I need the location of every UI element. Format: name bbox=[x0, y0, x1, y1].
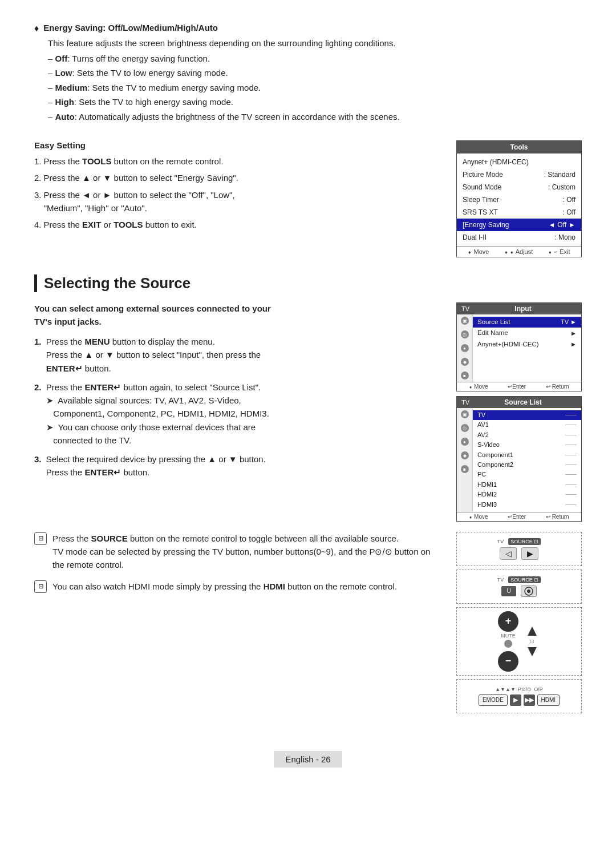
play-btn: ▶ bbox=[510, 694, 521, 706]
bottom-btns: EMODE ▶ ▶▶ HDMI bbox=[479, 694, 560, 706]
input-footer: ⬧ Move ↵Enter ↩ Return bbox=[457, 382, 581, 391]
anynet-row: Anynet+(HDMI-CEC)► bbox=[473, 339, 581, 350]
tv-badge: TV bbox=[497, 539, 504, 544]
icon-3: ● bbox=[461, 344, 469, 352]
remote-right-arrow: ▶ bbox=[521, 547, 538, 560]
src-tv: TV—— bbox=[473, 410, 581, 420]
main-steps: You can select among external sources co… bbox=[34, 302, 439, 522]
tv-badge-2: TV bbox=[497, 577, 504, 583]
edit-name-row: Edit Name► bbox=[473, 328, 581, 338]
easy-setting-area: Easy Setting 1.Press the TOOLS button on… bbox=[34, 140, 582, 257]
source-step-3: 3. Select the required device by pressin… bbox=[34, 453, 439, 479]
remote-left-arrow: ◁ bbox=[500, 547, 517, 560]
note-1: ⊡ Press the SOURCE button on the remote … bbox=[34, 532, 439, 572]
energy-saving-header: ♦ Energy Saving: Off/Low/Medium/High/Aut… bbox=[34, 23, 582, 34]
step-3: 3.Press the ◄ or ► button to select the … bbox=[34, 188, 439, 215]
easy-setting-text: Easy Setting 1.Press the TOOLS button on… bbox=[34, 140, 439, 257]
src-hdmi1: HDMI1—— bbox=[473, 480, 581, 490]
src-icon-3: ● bbox=[461, 438, 469, 446]
input-icons: ▣ ◎ ● ◆ ■ bbox=[457, 314, 473, 382]
mute-icon bbox=[504, 640, 512, 648]
step-2: 2.Press the ▲ or ▼ button to select "Ene… bbox=[34, 171, 439, 184]
source-list-body: ▣ ◎ ● ◆ ■ TV—— AV1—— AV2—— S-Video—— Com… bbox=[457, 408, 581, 512]
energy-saving-section: ♦ Energy Saving: Off/Low/Medium/High/Aut… bbox=[34, 23, 582, 123]
remote-box-1: TV SOURCE ⊡ ◁ ▶ bbox=[456, 532, 582, 566]
remote-u-btn: U bbox=[501, 586, 516, 596]
icon-2: ◎ bbox=[461, 330, 469, 338]
src-av2: AV2—— bbox=[473, 430, 581, 440]
src-hdmi2: HDMI2—— bbox=[473, 490, 581, 499]
vol-cluster: + MUTE − bbox=[498, 611, 518, 672]
note-2-text: You can also watch HDMI mode simply by p… bbox=[52, 580, 439, 593]
ch-down bbox=[524, 645, 540, 658]
input-menu-body: ▣ ◎ ● ◆ ■ Source ListTV ► Edit Name► Any… bbox=[457, 314, 581, 382]
selecting-source-content: You can select among external sources co… bbox=[34, 302, 582, 522]
tools-footer: Move ⬧ Adjust ↩ Exit bbox=[457, 246, 581, 257]
input-rows: Source ListTV ► Edit Name► Anynet+(HDMI-… bbox=[473, 314, 581, 382]
tools-menu: Tools Anynet+ (HDMI-CEC) Picture Mode: S… bbox=[456, 140, 582, 257]
icon-4: ◆ bbox=[461, 358, 469, 366]
tools-menu-body: Anynet+ (HDMI-CEC) Picture Mode: Standar… bbox=[457, 154, 581, 246]
ch-cluster: ⊡ bbox=[524, 625, 540, 658]
ch-up bbox=[524, 625, 540, 637]
tools-row-srs: SRS TS XT: Off bbox=[457, 206, 581, 219]
energy-high: High: Sets the TV to high energy saving … bbox=[48, 96, 582, 109]
source-icons: ▣ ◎ ● ◆ ■ bbox=[457, 408, 473, 512]
fwd-btn: ▶▶ bbox=[524, 694, 535, 706]
hdmi-btn: HDMI bbox=[537, 694, 560, 706]
note-2-icon: ⊡ bbox=[34, 580, 47, 593]
note-1-text: Press the SOURCE button on the remote co… bbox=[52, 532, 439, 572]
tools-row-anynet: Anynet+ (HDMI-CEC) bbox=[457, 156, 581, 168]
tools-row-sound: Sound Mode: Custom bbox=[457, 181, 581, 193]
remote-row-3: TV SOURCE ⊡ bbox=[497, 576, 541, 583]
remote-vol-cluster: + MUTE − ⊡ bbox=[498, 611, 540, 672]
src-pc: PC—— bbox=[473, 470, 581, 479]
source-list-title: Source List bbox=[469, 398, 577, 406]
src-hdmi3: HDMI3—— bbox=[473, 500, 581, 510]
diamond-bullet: ♦ bbox=[34, 23, 39, 34]
remote-box-4: ▲▼▲▼ P⊙/⊙ O/P EMODE ▶ ▶▶ HDMI bbox=[456, 679, 582, 713]
remote-box-3: + MUTE − ⊡ bbox=[456, 607, 582, 676]
ui-panels: TV Input ▣ ◎ ● ◆ ■ Source ListTV ► Edit … bbox=[456, 302, 582, 522]
source-badge-1: SOURCE ⊡ bbox=[508, 538, 541, 545]
source-list-footer: ⬧ Move ↵Enter ↩ Return bbox=[457, 512, 581, 521]
src-footer-move: ⬧ Move bbox=[469, 514, 488, 520]
vol-minus: − bbox=[498, 651, 518, 672]
lbl-2: P⊙/⊙ bbox=[518, 687, 532, 692]
remote-illustrations: TV SOURCE ⊡ ◁ ▶ TV SOURCE ⊡ U bbox=[456, 532, 582, 717]
tools-menu-header: Tools bbox=[457, 141, 581, 154]
energy-saving-title: Energy Saving: Off/Low/Medium/High/Auto bbox=[43, 23, 218, 33]
input-footer-move: ⬧ Move bbox=[469, 383, 488, 390]
tools-row-picture: Picture Mode: Standard bbox=[457, 168, 581, 181]
src-footer-return: ↩ Return bbox=[546, 514, 569, 520]
footer-wrap: English - 26 bbox=[34, 734, 582, 768]
remote-tv-source: TV SOURCE ⊡ ◁ ▶ bbox=[497, 538, 541, 560]
label-row: ▲▼▲▼ P⊙/⊙ O/P bbox=[495, 687, 543, 692]
mute-text: MUTE bbox=[501, 633, 516, 639]
src-icon-1: ▣ bbox=[461, 410, 469, 418]
tools-row-sleep: Sleep Timer: Off bbox=[457, 193, 581, 206]
footer-text: English - 26 bbox=[285, 754, 330, 764]
source-list-panel: TV Source List ▣ ◎ ● ◆ ■ TV—— AV1—— AV2—… bbox=[456, 396, 582, 522]
src-icon-2: ◎ bbox=[461, 424, 469, 432]
source-list-rows: TV—— AV1—— AV2—— S-Video—— Component1—— … bbox=[473, 408, 581, 512]
step-4: 4.Press the EXIT or TOOLS button to exit… bbox=[34, 218, 439, 231]
svg-marker-2 bbox=[528, 627, 537, 636]
tools-row-dual: Dual I-II: Mono bbox=[457, 231, 581, 244]
svg-marker-3 bbox=[528, 647, 537, 656]
selecting-source-title: Selecting the Source bbox=[44, 274, 582, 292]
input-tv-label: TV bbox=[461, 305, 469, 312]
source-badge-2: SOURCE ⊡ bbox=[508, 576, 541, 583]
input-footer-enter: ↵Enter bbox=[508, 383, 526, 390]
src-comp1: Component1—— bbox=[473, 450, 581, 460]
remote-box-2: TV SOURCE ⊡ U bbox=[456, 570, 582, 604]
note-2: ⊡ You can also watch HDMI mode simply by… bbox=[34, 580, 439, 593]
energy-off: Off: Turns off the energy saving functio… bbox=[48, 53, 582, 66]
notes-area: ⊡ Press the SOURCE button on the remote … bbox=[34, 532, 582, 717]
mute-icon-row bbox=[498, 639, 518, 650]
icon-1: ▣ bbox=[461, 317, 469, 325]
input-footer-return: ↩ Return bbox=[546, 383, 569, 390]
remote-bottom-area: ▲▼▲▼ P⊙/⊙ O/P EMODE ▶ ▶▶ HDMI bbox=[460, 687, 578, 706]
energy-low: Low: Sets the TV to low energy saving mo… bbox=[48, 67, 582, 80]
remote-row-1: TV SOURCE ⊡ bbox=[497, 538, 541, 545]
